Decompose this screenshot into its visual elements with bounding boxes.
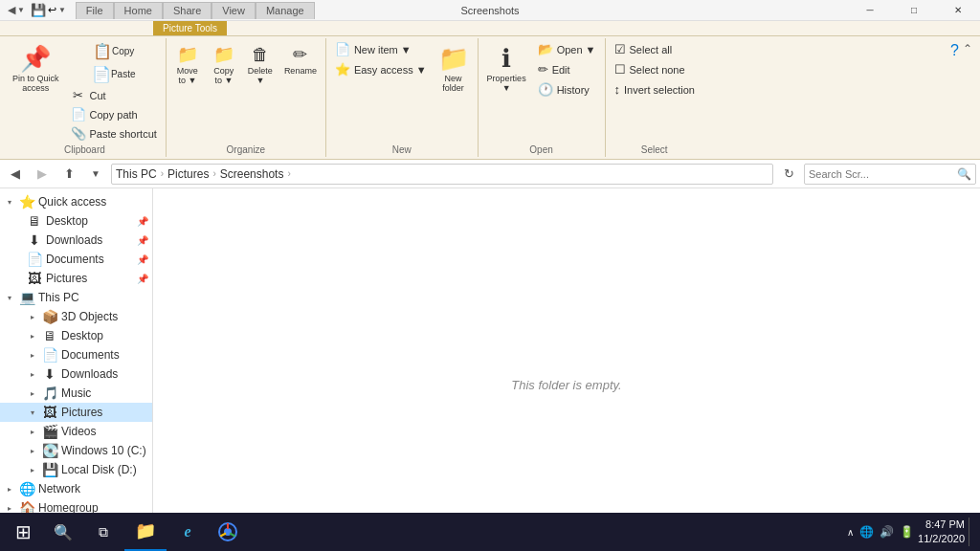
quick-customize[interactable]: ▼ (58, 6, 66, 14)
organize-label: Organize (170, 143, 322, 155)
ribbon-group-open: ℹ Properties▼ 📂 Open ▼ ✏ Edit 🕐 History (479, 38, 606, 157)
ribbon-group-select: ☑ Select all ☐ Select none ↕ Invert sele… (606, 38, 703, 157)
sidebar-item-desktop[interactable]: 🖥 Desktop 📌 (0, 211, 152, 231)
3d-objects-expand: ▸ (27, 311, 38, 322)
ribbon: 📌 Pin to Quickaccess 📋 Copy 📄 Paste ✂ (0, 36, 980, 160)
sidebar-item-local-d[interactable]: ▸ 💾 Local Disk (D:) (0, 460, 152, 479)
taskbar-app-chrome[interactable] (209, 513, 247, 551)
move-to-button[interactable]: 📁 Moveto ▼ (170, 40, 205, 88)
quick-save-icon[interactable]: 💾 (31, 3, 46, 17)
search-input[interactable] (809, 168, 957, 180)
sidebar-section-this-pc[interactable]: ▾ 💻 This PC (0, 288, 152, 307)
new-content: 📄 New item ▼ ⭐ Easy access ▼ 📁 Newfolder (330, 40, 474, 143)
delete-button[interactable]: 🗑 Delete▼ (243, 40, 278, 88)
desktop-pc-expand: ▸ (27, 330, 38, 342)
easy-access-button[interactable]: ⭐ Easy access ▼ (330, 60, 432, 78)
tab-share[interactable]: Share (163, 2, 212, 19)
pictures-qa-label: Pictures (46, 272, 133, 285)
title-bar: ◀ ▼ 💾 ↩ ▼ File Home Share View Manage Sc… (0, 0, 980, 21)
sidebar-item-pictures-qa[interactable]: 🖼 Pictures 📌 (0, 269, 152, 288)
sidebar-item-win10-c[interactable]: ▸ 💽 Windows 10 (C:) (0, 441, 152, 460)
quick-undo-icon[interactable]: ↩ (48, 4, 56, 16)
quick-access-expand: ▾ (4, 196, 15, 208)
edit-button[interactable]: ✏ Edit (533, 60, 601, 78)
search-icon[interactable]: 🔍 (957, 167, 971, 181)
pictures-pc-expand: ▾ (27, 407, 38, 418)
back-button[interactable]: ◀ (4, 163, 27, 186)
copy-to-button[interactable]: 📁 Copyto ▼ (207, 40, 241, 88)
sidebar-item-documents-pc[interactable]: ▸ 📄 Documents (0, 345, 152, 364)
maximize-button[interactable]: □ (892, 0, 936, 21)
paste-button[interactable]: 📄 Paste (66, 63, 162, 85)
recent-locations-button[interactable]: ▼ (84, 163, 107, 186)
refresh-button[interactable]: ↻ (777, 163, 800, 186)
select-all-button[interactable]: ☑ Select all (610, 40, 700, 58)
quick-access-back-icon[interactable]: ◀ (8, 4, 15, 16)
tab-view[interactable]: View (212, 2, 256, 19)
sidebar-item-documents[interactable]: 📄 Documents 📌 (0, 250, 152, 269)
rename-button[interactable]: ✏ Rename (279, 40, 322, 78)
paste-shortcut-button[interactable]: 📎 Paste shortcut (66, 124, 162, 143)
sidebar-section-network[interactable]: ▸ 🌐 Network (0, 479, 152, 498)
close-button[interactable]: ✕ (936, 0, 980, 21)
sidebar-item-pictures-pc[interactable]: ▾ 🖼 Pictures (0, 403, 152, 422)
search-taskbar-button[interactable]: 🔍 (44, 513, 82, 551)
win10-c-icon: 💽 (42, 443, 57, 458)
new-item-button[interactable]: 📄 New item ▼ (330, 40, 432, 58)
open-button[interactable]: 📂 Open ▼ (533, 40, 601, 58)
copy-label: Copy (112, 46, 134, 56)
cut-label: Cut (90, 90, 106, 101)
sidebar-item-downloads-pc[interactable]: ▸ ⬇ Downloads (0, 364, 152, 384)
copy-path-label: Copy path (90, 109, 138, 121)
new-folder-button[interactable]: 📁 Newfolder (434, 40, 474, 96)
music-expand: ▸ (27, 387, 38, 399)
sidebar-item-desktop-pc[interactable]: ▸ 🖥 Desktop (0, 326, 152, 345)
show-desktop-button[interactable] (969, 518, 976, 546)
help-icon[interactable]: ? (950, 42, 959, 59)
invert-selection-button[interactable]: ↕ Invert selection (610, 80, 700, 99)
history-button[interactable]: 🕐 History (533, 80, 601, 99)
tab-file[interactable]: File (76, 2, 114, 19)
sidebar-section-quick-access[interactable]: ▾ ⭐ Quick access (0, 192, 152, 211)
tab-manage[interactable]: Manage (256, 2, 315, 19)
minimize-button[interactable]: ─ (848, 0, 892, 21)
tray-battery-icon[interactable]: 🔋 (900, 525, 914, 539)
task-view-button[interactable]: ⧉ (84, 513, 122, 551)
breadcrumb-pictures[interactable]: Pictures (167, 167, 209, 181)
sidebar-item-videos[interactable]: ▸ 🎬 Videos (0, 422, 152, 441)
select-none-label: Select none (630, 64, 685, 76)
ribbon-tab-row: Picture Tools (0, 21, 980, 36)
desktop-label: Desktop (46, 214, 133, 228)
collapse-ribbon-icon[interactable]: ⌃ (963, 42, 972, 55)
organize-content: 📁 Moveto ▼ 📁 Copyto ▼ 🗑 Delete▼ ✏ Rename (170, 40, 322, 143)
clock-time: 8:47 PM (918, 518, 965, 532)
tray-up-arrow[interactable]: ∧ (847, 527, 854, 538)
taskbar-app-explorer[interactable]: 📁 (124, 513, 167, 551)
ribbon-content: 📌 Pin to Quickaccess 📋 Copy 📄 Paste ✂ (0, 36, 980, 159)
clock[interactable]: 8:47 PM 11/2/2020 (918, 518, 965, 547)
copy-button[interactable]: 📋 Copy (66, 40, 162, 62)
cut-button[interactable]: ✂ Cut (66, 86, 162, 104)
forward-button[interactable]: ▶ (31, 163, 54, 186)
breadcrumb-screenshots[interactable]: Screenshots (220, 167, 284, 181)
new-item-label: New item ▼ (354, 44, 412, 55)
taskbar-app-edge[interactable]: e (168, 513, 207, 551)
up-button[interactable]: ⬆ (57, 163, 80, 186)
quick-access-dropdown[interactable]: ▼ (17, 6, 25, 14)
network-icon: 🌐 (19, 481, 34, 496)
properties-button[interactable]: ℹ Properties▼ (482, 40, 531, 96)
tray-sound-icon[interactable]: 🔊 (880, 525, 894, 539)
new-folder-icon: 📁 (438, 43, 469, 74)
pin-to-quick-access-button[interactable]: 📌 Pin to Quickaccess (8, 40, 64, 96)
move-to-label: Moveto ▼ (177, 66, 198, 85)
sidebar-item-3d-objects[interactable]: ▸ 📦 3D Objects (0, 307, 152, 326)
tab-home[interactable]: Home (114, 2, 163, 19)
sidebar-item-downloads[interactable]: ⬇ Downloads 📌 (0, 231, 152, 250)
copy-path-button[interactable]: 📄 Copy path (66, 105, 162, 123)
breadcrumb-this-pc[interactable]: This PC (116, 167, 157, 181)
start-button[interactable]: ⊞ (4, 513, 42, 551)
tray-network-icon[interactable]: 🌐 (859, 525, 874, 539)
select-none-button[interactable]: ☐ Select none (610, 60, 700, 78)
quick-access-label: Quick access (38, 195, 148, 209)
sidebar-item-music[interactable]: ▸ 🎵 Music (0, 384, 152, 403)
